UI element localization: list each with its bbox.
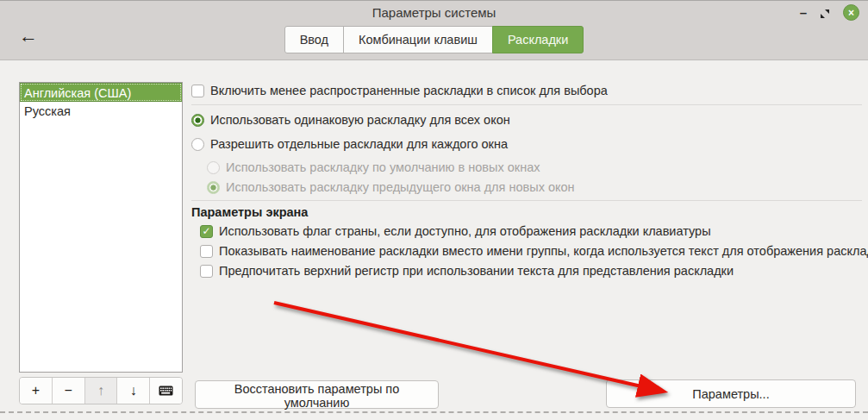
keyboard-preview-button[interactable]	[150, 378, 182, 404]
titlebar: Параметры системы – ×	[0, 1, 868, 24]
radio-disabled-icon	[207, 161, 220, 174]
move-down-button[interactable]: ↓	[117, 378, 150, 404]
radio-unselected-icon[interactable]	[191, 138, 204, 151]
keyboard-icon	[159, 386, 173, 396]
checkbox-unchecked-icon[interactable]	[200, 245, 213, 258]
move-up-button[interactable]: ↑	[85, 378, 118, 404]
show-layout-name-label: Показывать наименование раскладки вместо…	[219, 244, 868, 258]
checkbox-checked-icon[interactable]: ✓	[200, 225, 213, 238]
minimize-icon[interactable]: –	[800, 9, 807, 17]
window-title: Параметры системы	[0, 5, 868, 20]
layouts-list: Английская (США) Русская	[19, 82, 183, 373]
default-in-new-label: Использовать раскладку по умолчанию в но…	[226, 160, 540, 174]
use-flag-label: Использовать флаг страны, если доступно,…	[219, 224, 711, 238]
checkbox-unchecked-icon[interactable]	[200, 265, 213, 278]
tab-input[interactable]: Ввод	[284, 26, 344, 53]
list-toolbar: + − ↑ ↓	[19, 377, 183, 404]
close-icon[interactable]: ×	[843, 4, 859, 21]
list-item-english-us[interactable]: Английская (США)	[20, 83, 182, 102]
radio-selected-icon[interactable]	[191, 114, 204, 127]
previous-in-new-label: Использовать раскладку предыдущего окна …	[226, 180, 575, 194]
add-layout-button[interactable]: +	[20, 378, 53, 404]
display-options-section-title: Параметры экрана	[191, 205, 308, 219]
use-flag-checkbox-row[interactable]: ✓ Использовать флаг страны, если доступн…	[200, 223, 711, 239]
prefer-uppercase-label: Предпочитать верхний регистр при использ…	[219, 264, 734, 278]
prefer-uppercase-checkbox-row[interactable]: Предпочитать верхний регистр при использ…	[200, 263, 734, 279]
same-layout-label: Использовать одинаковую раскладку для вс…	[210, 113, 510, 127]
window-controls: – ×	[800, 1, 859, 24]
tab-layouts[interactable]: Раскладки	[492, 26, 584, 53]
tab-shortcuts[interactable]: Комбинации клавиш	[343, 26, 493, 53]
maximize-icon[interactable]	[820, 8, 830, 18]
separate-layout-radio-row[interactable]: Разрешить отдельные раскладки для каждог…	[191, 136, 508, 152]
checkbox-unchecked-icon[interactable]	[191, 85, 204, 97]
system-settings-window: { "window": { "title": "Параметры систем…	[0, 0, 868, 420]
default-in-new-radio-row: Использовать раскладку по умолчанию в но…	[207, 160, 540, 175]
window-header: Параметры системы – × ← Ввод Комбинации …	[0, 0, 868, 60]
separator	[191, 104, 862, 105]
options-button[interactable]: Параметры...	[606, 379, 856, 408]
previous-in-new-radio-row: Использовать раскладку предыдущего окна …	[207, 179, 575, 195]
separate-layout-label: Разрешить отдельные раскладки для каждог…	[210, 137, 508, 151]
separator	[191, 200, 862, 201]
same-layout-radio-row[interactable]: Использовать одинаковую раскладку для вс…	[191, 112, 510, 128]
selection-dashed-line	[0, 411, 868, 413]
include-uncommon-label: Включить менее распространенные раскладк…	[210, 84, 608, 97]
reset-defaults-button[interactable]: Восстановить параметры по умолчанию	[195, 380, 439, 409]
radio-disabled-selected-icon	[207, 181, 220, 194]
list-item-russian[interactable]: Русская	[20, 102, 182, 121]
tab-bar: Ввод Комбинации клавиш Раскладки	[0, 26, 868, 53]
show-layout-name-checkbox-row[interactable]: Показывать наименование раскладки вместо…	[200, 243, 868, 259]
remove-layout-button[interactable]: −	[53, 378, 85, 404]
include-uncommon-checkbox-row[interactable]: Включить менее распространенные раскладк…	[191, 83, 608, 98]
